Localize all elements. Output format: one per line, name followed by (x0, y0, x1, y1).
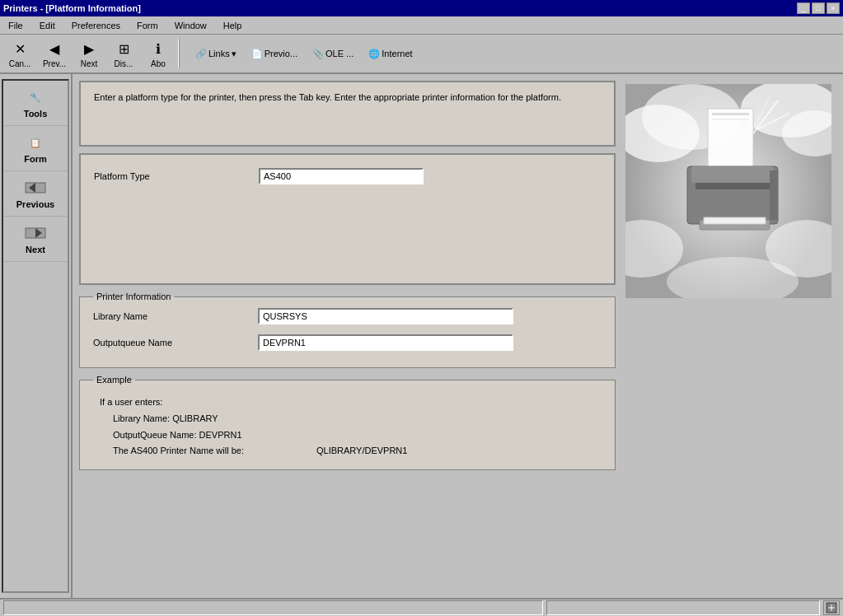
example-content: If a user enters: Library Name: QLIBRARY… (93, 391, 602, 463)
svg-rect-13 (712, 113, 749, 115)
prev-label: Prev... (43, 59, 66, 68)
printer-image-panel (622, 81, 836, 591)
prev-icon: ◀ (44, 40, 64, 59)
menu-edit[interactable]: Edit (35, 19, 60, 32)
example-fieldset: Example If a user enters: Library Name: … (79, 375, 616, 470)
next-label: Next (81, 59, 98, 68)
display-icon: ⊞ (114, 40, 133, 59)
links-icon: 🔗 (195, 49, 207, 59)
menu-help[interactable]: Help (218, 19, 247, 32)
sidebar-form[interactable]: 📋 Form (3, 126, 68, 171)
ole-button[interactable]: 📎 OLE ... (307, 46, 359, 62)
svg-rect-16 (691, 166, 774, 183)
maximize-button[interactable]: □ (812, 2, 825, 14)
outputqueue-name-input[interactable] (258, 334, 513, 351)
main-content: Enter a platform type for the printer, t… (73, 74, 843, 598)
example-line-3: The AS400 Printer Name will be: QLIBRARY… (113, 443, 595, 460)
menu-bar: File Edit Preferences Form Window Help (0, 16, 843, 35)
previous-link-button[interactable]: 📄 Previo... (246, 46, 303, 62)
toolbar-right: 🔗 Links ▾ 📄 Previo... 📎 OLE ... 🌐 Intern… (190, 46, 419, 62)
printer-image (625, 84, 831, 298)
status-bar (0, 598, 843, 616)
example-intro: If a user enters: (100, 394, 595, 411)
menu-window[interactable]: Window (170, 19, 212, 32)
cancel-label: Can... (9, 59, 31, 68)
example-line-2: OutputQueue Name: DEVPRN1 (113, 427, 595, 444)
internet-icon: 🌐 (368, 49, 380, 59)
printer-info-legend: Printer Information (93, 292, 174, 301)
menu-form[interactable]: Form (132, 19, 163, 32)
display-button[interactable]: ⊞ Dis... (107, 36, 140, 71)
svg-rect-20 (704, 217, 766, 224)
toolbar: ✕ Can... ◀ Prev... ▶ Next ⊞ Dis... ℹ Abo… (0, 35, 843, 74)
status-icon (823, 600, 840, 615)
menu-preferences[interactable]: Preferences (67, 19, 125, 32)
tools-label: Tools (24, 109, 48, 119)
info-text: Enter a platform type for the printer, t… (94, 91, 601, 105)
sidebar: 🔧 Tools 📋 Form Previous (0, 74, 73, 598)
outputqueue-name-row: Outputqueue Name (93, 334, 602, 351)
status-panel-left (3, 600, 543, 615)
ole-icon: 📎 (312, 49, 324, 59)
prev-button[interactable]: ◀ Prev... (38, 36, 71, 71)
example-value: QLIBRARY/DEVPRN1 (316, 443, 407, 460)
links-arrow-icon: ▾ (232, 49, 237, 59)
window-title: Printers - [Platform Information] (3, 3, 141, 13)
example-line-1: Library Name: QLIBRARY (113, 411, 595, 427)
example-legend: Example (93, 375, 135, 385)
next-icon (22, 223, 49, 243)
prev-link-icon: 📄 (251, 49, 263, 59)
outputqueue-name-label: Outputqueue Name (93, 338, 258, 348)
previous-label: Previous (16, 199, 54, 209)
title-bar: Printers - [Platform Information] _ □ × (0, 0, 843, 16)
sidebar-inner: 🔧 Tools 📋 Form Previous (2, 79, 69, 593)
platform-type-input[interactable] (259, 168, 424, 184)
next-label: Next (26, 245, 45, 254)
sidebar-next[interactable]: Next (3, 217, 68, 262)
sidebar-previous[interactable]: Previous (3, 171, 68, 217)
info-panel: Enter a platform type for the printer, t… (79, 81, 616, 147)
svg-rect-17 (695, 183, 770, 189)
platform-panel: Platform Type (79, 153, 616, 285)
cancel-icon: ✕ (10, 40, 30, 59)
toolbar-separator (178, 39, 180, 68)
library-name-row: Library Name (93, 308, 602, 324)
app-body: 🔧 Tools 📋 Form Previous (0, 74, 843, 598)
prev-link-label: Previo... (265, 49, 297, 58)
previous-icon (22, 178, 49, 198)
about-button[interactable]: ℹ Abo (142, 36, 175, 71)
ole-label: OLE ... (325, 49, 354, 58)
about-icon: ℹ (148, 40, 168, 59)
links-button[interactable]: 🔗 Links ▾ (190, 46, 242, 62)
close-button[interactable]: × (827, 2, 840, 14)
about-label: Abo (151, 59, 166, 68)
svg-rect-14 (712, 119, 749, 120)
sidebar-tools[interactable]: 🔧 Tools (3, 81, 68, 126)
menu-file[interactable]: File (3, 19, 28, 32)
form-icon: 📋 (22, 133, 49, 152)
svg-rect-18 (770, 170, 778, 220)
printer-info-fieldset: Printer Information Library Name Outputq… (79, 292, 616, 368)
internet-button[interactable]: 🌐 Internet (363, 46, 418, 62)
next-toolbar-button[interactable]: ▶ Next (73, 36, 105, 71)
library-name-input[interactable] (258, 308, 513, 324)
status-panel-right (546, 600, 820, 615)
platform-type-label: Platform Type (94, 171, 259, 181)
platform-type-row: Platform Type (94, 168, 601, 184)
window-controls: _ □ × (797, 2, 840, 14)
cancel-button[interactable]: ✕ Can... (3, 36, 36, 71)
form-label: Form (24, 154, 47, 164)
library-name-label: Library Name (93, 311, 258, 321)
minimize-button[interactable]: _ (797, 2, 810, 14)
next-icon: ▶ (79, 40, 99, 59)
form-content: Enter a platform type for the printer, t… (79, 81, 616, 591)
tools-icon: 🔧 (22, 87, 49, 107)
links-label: Links (208, 49, 230, 58)
internet-label: Internet (382, 49, 412, 58)
display-label: Dis... (115, 59, 133, 68)
